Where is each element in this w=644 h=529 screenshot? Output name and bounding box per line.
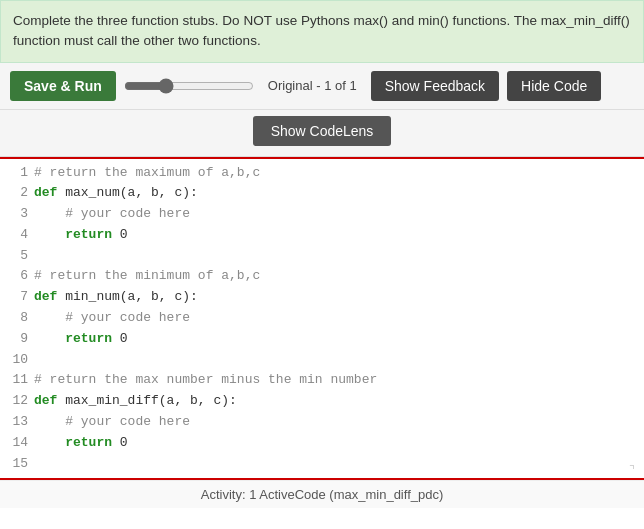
line-content: # return the maximum of a,b,c bbox=[34, 163, 260, 184]
line-content: # your code here bbox=[34, 308, 190, 329]
line-number: 15 bbox=[6, 454, 28, 475]
instruction-bar: Complete the three function stubs. Do NO… bbox=[0, 0, 644, 63]
line-number: 13 bbox=[6, 412, 28, 433]
hide-code-button[interactable]: Hide Code bbox=[507, 71, 601, 101]
line-content: # your code here bbox=[34, 412, 190, 433]
table-row: 7 def min_num(a, b, c): bbox=[0, 287, 644, 308]
line-content bbox=[34, 454, 42, 475]
line-number: 5 bbox=[6, 246, 28, 267]
line-number: 10 bbox=[6, 350, 28, 371]
table-row: 13 # your code here bbox=[0, 412, 644, 433]
table-row: 3 # your code here bbox=[0, 204, 644, 225]
line-number: 12 bbox=[6, 391, 28, 412]
line-content: def min_num(a, b, c): bbox=[34, 287, 198, 308]
line-number: 14 bbox=[6, 433, 28, 454]
line-content: return 0 bbox=[34, 433, 128, 454]
footer-text: Activity: 1 ActiveCode (max_min_diff_pdc… bbox=[201, 487, 444, 502]
line-number: 4 bbox=[6, 225, 28, 246]
footer-bar: Activity: 1 ActiveCode (max_min_diff_pdc… bbox=[0, 480, 644, 508]
line-number: 8 bbox=[6, 308, 28, 329]
line-number: 1 bbox=[6, 163, 28, 184]
code-area: 1 # return the maximum of a,b,c 2 def ma… bbox=[0, 157, 644, 481]
line-content: # return the max number minus the min nu… bbox=[34, 370, 377, 391]
table-row: 15 bbox=[0, 454, 644, 475]
original-label: Original - 1 of 1 bbox=[268, 78, 357, 93]
table-row: 8 # your code here bbox=[0, 308, 644, 329]
table-row: 1 # return the maximum of a,b,c bbox=[0, 163, 644, 184]
line-content: def max_num(a, b, c): bbox=[34, 183, 198, 204]
table-row: 12 def max_min_diff(a, b, c): bbox=[0, 391, 644, 412]
show-feedback-button[interactable]: Show Feedback bbox=[371, 71, 499, 101]
toolbar: Save & Run Original - 1 of 1 Show Feedba… bbox=[0, 63, 644, 110]
line-content: def max_min_diff(a, b, c): bbox=[34, 391, 237, 412]
line-content: # return the minimum of a,b,c bbox=[34, 266, 260, 287]
table-row: 11 # return the max number minus the min… bbox=[0, 370, 644, 391]
table-row: 10 bbox=[0, 350, 644, 371]
table-row: 14 return 0 bbox=[0, 433, 644, 454]
line-content: return 0 bbox=[34, 329, 128, 350]
instruction-text: Complete the three function stubs. Do NO… bbox=[13, 13, 630, 48]
line-number: 6 bbox=[6, 266, 28, 287]
table-row: 2 def max_num(a, b, c): bbox=[0, 183, 644, 204]
table-row: 4 return 0 bbox=[0, 225, 644, 246]
show-codelens-button[interactable]: Show CodeLens bbox=[253, 116, 392, 146]
table-row: 9 return 0 bbox=[0, 329, 644, 350]
line-content bbox=[34, 350, 42, 371]
line-number: 2 bbox=[6, 183, 28, 204]
line-content: return 0 bbox=[34, 225, 128, 246]
line-number: 3 bbox=[6, 204, 28, 225]
slider-container bbox=[124, 78, 254, 94]
line-content: # your code here bbox=[34, 204, 190, 225]
table-row: 6 # return the minimum of a,b,c bbox=[0, 266, 644, 287]
codelens-row: Show CodeLens bbox=[0, 110, 644, 157]
table-row: 5 bbox=[0, 246, 644, 267]
resize-handle-icon[interactable]: ⌝ bbox=[628, 464, 640, 476]
slider[interactable] bbox=[124, 78, 254, 94]
line-number: 11 bbox=[6, 370, 28, 391]
save-run-button[interactable]: Save & Run bbox=[10, 71, 116, 101]
line-number: 7 bbox=[6, 287, 28, 308]
line-number: 9 bbox=[6, 329, 28, 350]
line-content bbox=[34, 246, 42, 267]
